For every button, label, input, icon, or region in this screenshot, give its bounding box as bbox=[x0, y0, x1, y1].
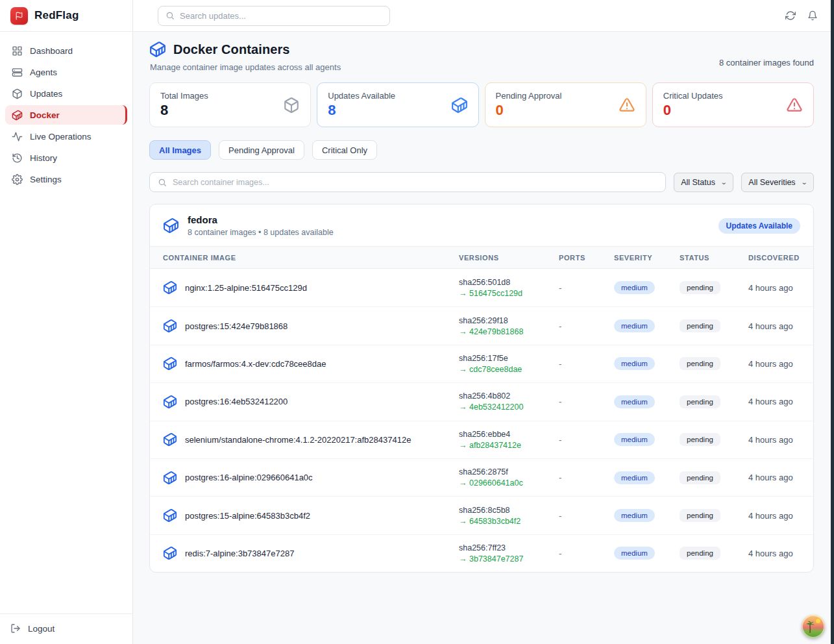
stat-card-critical-updates: Critical Updates 0 bbox=[652, 82, 814, 127]
column-header-severity: SEVERITY bbox=[614, 254, 680, 262]
table-header-row: CONTAINER IMAGEVERSIONSPORTSSEVERITYSTAT… bbox=[150, 246, 813, 269]
gear-icon bbox=[12, 174, 23, 185]
flag-icon bbox=[15, 12, 23, 20]
filter-tab-pending-approval[interactable]: Pending Approval bbox=[219, 140, 304, 160]
severity-filter-select[interactable]: All Severities ⌄ bbox=[741, 173, 814, 192]
table-row[interactable]: selenium/standalone-chrome:4.1.2-2022021… bbox=[150, 421, 813, 458]
table-row[interactable]: postgres:16-alpine:029660641a0c sha256:2… bbox=[150, 458, 813, 496]
page-title: Docker Containers bbox=[173, 42, 290, 57]
discovered-value: 4 hours ago bbox=[748, 549, 800, 558]
container-icon bbox=[12, 110, 23, 121]
table-row[interactable]: postgres:16:4eb532412200 sha256:4b802 → … bbox=[150, 382, 813, 420]
sidebar-item-agents[interactable]: Agents bbox=[5, 62, 127, 82]
image-search[interactable] bbox=[149, 172, 666, 192]
history-icon bbox=[12, 153, 23, 164]
ports-value: - bbox=[559, 435, 614, 445]
container-icon bbox=[163, 546, 177, 560]
status-badge: pending bbox=[680, 281, 720, 294]
ports-value: - bbox=[559, 511, 614, 521]
column-header-discovered: DISCOVERED bbox=[748, 254, 800, 262]
notifications-button[interactable] bbox=[807, 10, 818, 21]
container-icon bbox=[163, 508, 177, 523]
page-subtitle: Manage container image updates across al… bbox=[150, 62, 341, 72]
logout-button[interactable]: Logout bbox=[10, 623, 122, 634]
table-row[interactable]: farmos/farmos:4.x-dev:cdc78cee8dae sha25… bbox=[150, 345, 813, 382]
status-filter-select[interactable]: All Status ⌄ bbox=[674, 173, 733, 192]
page-scrollbar[interactable] bbox=[831, 0, 834, 644]
stat-value: 0 bbox=[496, 103, 562, 118]
activity-icon bbox=[12, 131, 23, 142]
stats-row: Total Images 8 Updates Available 8 Pendi… bbox=[149, 82, 814, 127]
sidebar-item-docker[interactable]: Docker bbox=[5, 105, 127, 125]
redflag-logo bbox=[10, 7, 28, 25]
status-badge: pending bbox=[680, 319, 720, 332]
alert-triangle-icon bbox=[786, 97, 803, 114]
group-meta: 8 container images • 8 updates available bbox=[188, 228, 334, 237]
topbar-actions bbox=[785, 10, 818, 21]
filter-tab-all-images[interactable]: All Images bbox=[149, 140, 211, 160]
discovered-value: 4 hours ago bbox=[748, 397, 800, 406]
stat-card-total-images: Total Images 8 bbox=[149, 82, 311, 127]
group-header: fedora 8 container images • 8 updates av… bbox=[150, 204, 813, 246]
filter-tab-critical-only[interactable]: Critical Only bbox=[312, 140, 377, 160]
status-badge: pending bbox=[680, 471, 720, 484]
severity-filter-label: All Severities bbox=[748, 178, 795, 187]
chevron-down-icon: ⌄ bbox=[800, 179, 807, 186]
island-extension-button[interactable] bbox=[802, 615, 825, 638]
brand-name: RedFlag bbox=[34, 9, 79, 22]
logout-label: Logout bbox=[28, 624, 55, 634]
stat-label: Updates Available bbox=[328, 91, 395, 101]
container-icon bbox=[163, 395, 177, 409]
brand: RedFlag bbox=[0, 0, 132, 32]
sidebar-item-live-operations[interactable]: Live Operations bbox=[5, 127, 127, 146]
discovered-value: 4 hours ago bbox=[748, 321, 800, 331]
table-row[interactable]: nginx:1.25-alpine:516475cc129d sha256:50… bbox=[150, 269, 813, 306]
sidebar-item-updates[interactable]: Updates bbox=[5, 84, 127, 103]
column-header-container-image: CONTAINER IMAGE bbox=[163, 254, 459, 262]
table-row[interactable]: redis:7-alpine:3b73847e7287 sha256:7ff23… bbox=[150, 534, 813, 572]
table-row[interactable]: postgres:15:424e79b81868 sha256:29f18 → … bbox=[150, 306, 813, 344]
severity-badge: medium bbox=[614, 471, 655, 484]
status-filter-label: All Status bbox=[681, 178, 715, 187]
container-icon bbox=[163, 471, 177, 485]
sidebar-item-history[interactable]: History bbox=[5, 148, 127, 167]
dashboard-icon bbox=[12, 45, 23, 56]
page-head: Docker Containers Manage container image… bbox=[149, 41, 814, 72]
refresh-button[interactable] bbox=[785, 10, 796, 21]
discovered-value: 4 hours ago bbox=[748, 511, 800, 521]
container-image-name: postgres:16:4eb532412200 bbox=[185, 397, 288, 406]
sidebar-item-dashboard[interactable]: Dashboard bbox=[5, 41, 127, 60]
page-head-left: Docker Containers Manage container image… bbox=[149, 41, 341, 72]
column-header-status: STATUS bbox=[680, 254, 748, 262]
refresh-icon bbox=[785, 10, 796, 21]
status-badge: pending bbox=[680, 547, 720, 560]
alert-triangle-icon bbox=[619, 97, 635, 114]
agents-icon bbox=[12, 67, 23, 78]
global-search[interactable] bbox=[158, 6, 390, 26]
stat-label: Pending Approval bbox=[496, 91, 562, 101]
global-search-input[interactable] bbox=[180, 11, 382, 21]
severity-badge: medium bbox=[614, 433, 655, 446]
image-search-input[interactable] bbox=[173, 178, 657, 187]
filter-tabs: All ImagesPending ApprovalCritical Only bbox=[149, 140, 814, 160]
stat-value: 0 bbox=[663, 103, 723, 118]
main-area: Docker Containers Manage container image… bbox=[133, 0, 831, 644]
container-image-name: postgres:15:424e79b81868 bbox=[185, 321, 288, 331]
table-row[interactable]: postgres:15-alpine:64583b3cb4f2 sha256:8… bbox=[150, 496, 813, 534]
version-current: sha256:8c5b8 bbox=[459, 506, 559, 515]
ports-value: - bbox=[559, 397, 614, 406]
stat-card-updates-available: Updates Available 8 bbox=[317, 82, 478, 127]
discovered-value: 4 hours ago bbox=[748, 435, 800, 445]
severity-badge: medium bbox=[614, 509, 655, 522]
version-current: sha256:501d8 bbox=[459, 278, 559, 287]
palm-tree-icon bbox=[805, 619, 816, 634]
image-group-card: fedora 8 container images • 8 updates av… bbox=[149, 204, 814, 573]
updates-available-badge: Updates Available bbox=[718, 218, 800, 234]
sidebar-item-settings[interactable]: Settings bbox=[5, 169, 127, 189]
status-badge: pending bbox=[680, 433, 720, 446]
discovered-value: 4 hours ago bbox=[748, 283, 800, 293]
status-badge: pending bbox=[680, 509, 720, 522]
container-icon bbox=[163, 356, 177, 371]
images-found-count: 8 container images found bbox=[719, 41, 814, 68]
sidebar: RedFlag Dashboard Agents Updates Docker … bbox=[0, 0, 133, 644]
